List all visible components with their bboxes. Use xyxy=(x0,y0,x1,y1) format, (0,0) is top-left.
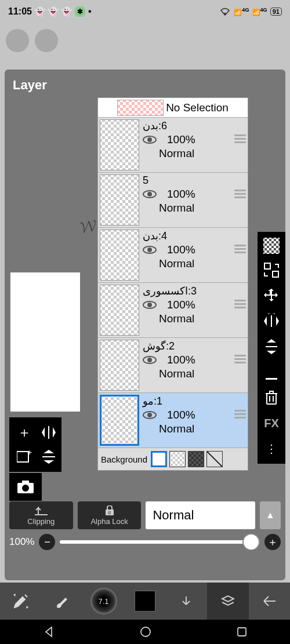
visibility-icon[interactable] xyxy=(143,136,157,144)
nav-home-icon[interactable] xyxy=(139,625,152,638)
tab-circle[interactable] xyxy=(6,29,29,52)
selection-thumb xyxy=(117,100,164,116)
layer-row[interactable]: 2:گوش 100% Normal xyxy=(98,338,248,393)
layer-opacity: 100% xyxy=(167,409,195,421)
camera-button[interactable] xyxy=(9,473,42,501)
collapse-button[interactable]: ▲ xyxy=(260,501,281,529)
drag-handle-icon[interactable] xyxy=(234,355,246,363)
fx-button[interactable]: FX xyxy=(262,414,281,432)
layer-name: 1:مو xyxy=(143,395,232,407)
visibility-icon[interactable] xyxy=(143,356,157,364)
bg-white[interactable] xyxy=(151,451,167,467)
svg-point-4 xyxy=(22,485,29,492)
layer-blend: Normal xyxy=(159,312,232,325)
layer-thumb[interactable] xyxy=(100,119,139,170)
layer-thumb[interactable] xyxy=(100,395,139,446)
svg-rect-7 xyxy=(273,271,278,277)
drag-handle-icon[interactable] xyxy=(234,245,246,253)
layer-blend: Normal xyxy=(159,202,232,214)
layer-name: 4:بدن xyxy=(143,230,232,242)
layer-thumb[interactable] xyxy=(100,174,139,225)
layer-row[interactable]: 6:بدن 100% Normal xyxy=(98,118,248,173)
layer-opacity: 100% xyxy=(167,243,195,256)
add-image-button[interactable]: + xyxy=(14,446,35,467)
layer-row[interactable]: 5 100% Normal xyxy=(98,173,248,228)
layer-thumb[interactable] xyxy=(100,230,139,281)
battery-icon: 91 xyxy=(270,8,282,16)
layer-controls: Clipping α Alpha Lock Normal ▲ 100% − ＋ xyxy=(9,501,281,550)
mirror-horizontal-icon[interactable] xyxy=(262,312,281,330)
back-arrow-icon[interactable] xyxy=(249,583,290,620)
checker-icon[interactable] xyxy=(263,238,280,254)
decrease-button[interactable]: − xyxy=(39,534,55,550)
top-tabs xyxy=(0,23,290,58)
layer-blend: Normal xyxy=(159,368,232,380)
tab-circle[interactable] xyxy=(35,29,58,52)
right-toolbar: FX ⋮ xyxy=(258,232,285,464)
nav-back-icon[interactable] xyxy=(42,625,55,638)
layer-thumb[interactable] xyxy=(100,340,139,391)
swap-icon[interactable] xyxy=(262,261,281,279)
layer-row[interactable]: 4:بدن 100% Normal xyxy=(98,228,248,283)
canvas-preview[interactable] xyxy=(10,272,80,412)
mirror-vertical-icon[interactable] xyxy=(262,337,281,356)
no-selection-row[interactable]: No Selection xyxy=(98,98,248,118)
opacity-slider[interactable] xyxy=(60,540,260,544)
drag-handle-icon[interactable] xyxy=(234,300,246,308)
blend-mode-select[interactable]: Normal xyxy=(146,501,255,529)
layers-icon[interactable] xyxy=(207,583,248,620)
more-icon[interactable]: ⋮ xyxy=(262,439,281,458)
visibility-icon[interactable] xyxy=(143,301,157,309)
brush-size[interactable]: 7.1 xyxy=(83,583,124,620)
visibility-icon[interactable] xyxy=(143,246,157,254)
layer-blend: Normal xyxy=(159,257,232,270)
left-toolbar: ＋ + xyxy=(9,417,61,472)
svg-rect-1 xyxy=(17,452,28,462)
brush-icon[interactable] xyxy=(41,583,82,620)
snapchat-icon: 👻 xyxy=(35,6,45,17)
nav-recent-icon[interactable] xyxy=(236,626,248,638)
merge-down-icon[interactable] xyxy=(262,363,281,381)
move-icon[interactable] xyxy=(262,286,281,305)
alpha-lock-button[interactable]: α Alpha Lock xyxy=(78,501,142,529)
layer-thumb[interactable] xyxy=(100,285,139,336)
pen-swap-icon[interactable] xyxy=(0,583,41,620)
color-swatch[interactable] xyxy=(124,583,165,620)
snapchat-icon: 👻 xyxy=(48,6,59,17)
slider-knob[interactable] xyxy=(242,533,260,551)
drag-handle-icon[interactable] xyxy=(234,410,246,419)
sketch-mark: 𝓦 xyxy=(78,216,97,238)
wifi-icon xyxy=(219,8,231,16)
svg-text:+: + xyxy=(27,450,32,457)
status-bar: 11:05 👻 👻 👻 ✱ • 📶4G 📶4G 91 xyxy=(0,0,290,23)
increase-button[interactable]: ＋ xyxy=(264,534,281,550)
bg-transparent[interactable] xyxy=(169,451,186,467)
flip-vertical-icon[interactable] xyxy=(38,446,59,467)
layer-opacity: 100% xyxy=(167,133,195,146)
flip-horizontal-icon[interactable] xyxy=(38,422,59,443)
drag-handle-icon[interactable] xyxy=(234,190,246,198)
layer-panel: Layer 𝓦 No Selection 6:بدن 100% Normal 5… xyxy=(5,70,285,580)
drag-handle-icon[interactable] xyxy=(234,134,246,143)
layer-opacity: 100% xyxy=(167,299,195,311)
svg-rect-8 xyxy=(267,394,276,404)
layer-name: 3:اكسسورى xyxy=(143,285,232,297)
clipping-button[interactable]: Clipping xyxy=(9,501,73,529)
bg-none[interactable] xyxy=(206,451,223,467)
android-nav-bar xyxy=(0,620,290,644)
down-arrow-icon[interactable] xyxy=(166,583,207,620)
bottom-toolbar: 7.1 xyxy=(0,583,290,620)
visibility-icon[interactable] xyxy=(143,411,157,419)
layer-row[interactable]: 3:اكسسورى 100% Normal xyxy=(98,283,248,338)
layer-name: 2:گوش xyxy=(143,340,232,352)
svg-rect-9 xyxy=(35,514,48,515)
svg-text:α: α xyxy=(108,510,111,515)
delete-icon[interactable] xyxy=(262,388,281,407)
bg-dark[interactable] xyxy=(188,451,204,467)
add-layer-button[interactable]: ＋ xyxy=(14,422,35,443)
background-row: Background xyxy=(98,448,248,470)
visibility-icon[interactable] xyxy=(143,190,157,198)
svg-rect-5 xyxy=(22,481,29,483)
snapchat-icon: 👻 xyxy=(61,6,72,17)
layer-row-selected[interactable]: 1:مو 100% Normal xyxy=(98,393,248,448)
